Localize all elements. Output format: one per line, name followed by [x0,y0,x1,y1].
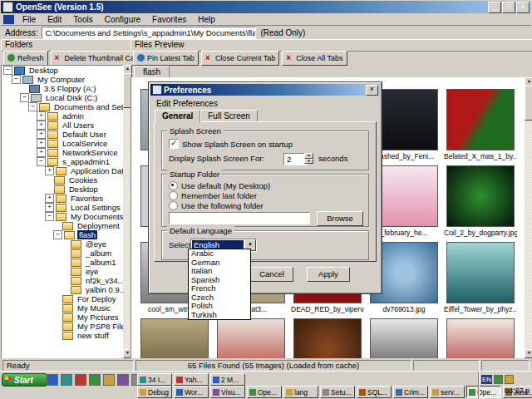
tree-expander-icon[interactable]: − [3,66,12,75]
spinner-down-icon[interactable]: ▼ [304,159,313,165]
thumbnail[interactable] [367,318,441,358]
taskbar-button-ope[interactable]: Ope... [247,386,282,398]
tree-item-my-computer[interactable]: −My Computer [2,75,124,84]
radio-icon[interactable] [169,191,178,200]
app-menu-icon[interactable] [3,15,14,24]
address-input[interactable]: C:\Documents and Settings\s_appadmin1\My… [42,27,256,39]
menu-item-help[interactable]: Help [192,14,221,25]
taskbar-button-debug[interactable]: Debug [137,386,172,398]
tree-item-desktop[interactable]: −Desktop [2,66,124,75]
menu-item-configure[interactable]: Configure [99,14,146,25]
menu-item-tools[interactable]: Tools [67,14,98,25]
apply-button[interactable]: Apply [307,267,350,282]
tree-item-admin[interactable]: +admin [2,111,124,121]
thumbnails-scrollbar[interactable]: ▲ ▼ [525,77,532,358]
tray-icon[interactable] [494,375,503,384]
tab-flash[interactable]: flash [134,66,170,78]
tree-expander-icon[interactable]: + [37,121,46,130]
tree-item-favorites[interactable]: +Favorites [2,194,124,203]
taskbar-button-visu[interactable]: Visu... [210,386,245,398]
start-button[interactable]: Start [2,373,47,387]
tree-expander-icon[interactable]: + [37,130,46,139]
quick-launch-icon-6[interactable] [117,374,129,386]
tree-expander-icon[interactable]: − [20,93,29,102]
show-splash-checkbox[interactable]: ✓ [169,139,179,149]
menu-item-file[interactable]: File [17,14,42,25]
thumbnail[interactable]: Eiffel_Tower_by_phyz... [444,242,517,317]
close-current-tab-button[interactable]: × Close Current Tab [201,51,279,66]
thumbnail[interactable] [214,318,288,358]
taskbar-button-wor[interactable]: Wor... [174,386,209,398]
radio-icon[interactable] [169,181,178,190]
language-option-polish[interactable]: Polish [189,302,250,311]
tree-item-s-appadmin1[interactable]: −s_appadmin1 [2,157,124,166]
tree-expander-icon[interactable]: − [37,157,46,166]
tree-item-documents-and-settings[interactable]: −Documents and Settings [2,102,124,111]
taskbar-button-yah[interactable]: Yah... [174,373,209,386]
tree-expander-icon[interactable]: − [28,102,37,111]
tree-item-eye[interactable]: eye [2,267,124,276]
radio-icon[interactable] [169,201,178,210]
radio-remember-last[interactable]: Remember last folder [169,191,257,200]
tree-item-new-stuff[interactable]: new stuff [2,331,124,340]
taskbar-button-lang[interactable]: lang [283,386,318,398]
tree-item-3-5-floppy-a[interactable]: 3.5 Floppy (A:) [2,84,124,93]
tree-item-networkservice[interactable]: +NetworkService [2,148,124,157]
tree-scrollbar[interactable]: ▲ ▼ [123,65,131,358]
tray-icon[interactable] [505,375,514,384]
radio-following-folder[interactable]: Use the following folder [169,201,264,210]
tree-item-my-pictures[interactable]: My Pictures [2,313,124,322]
tree-item-deployment[interactable]: Deployment [2,221,124,230]
thumbnail[interactable] [444,318,517,358]
taskbar-button-setu[interactable]: Setu... [320,386,355,398]
maximize-button[interactable]: □ [502,2,515,13]
tree-expander-icon[interactable]: + [45,194,54,203]
tree-item-localservice[interactable]: +LocalService [2,139,124,148]
tree-item-all-users[interactable]: +All Users [2,121,124,130]
taskbar-button-sql[interactable]: SQL... [357,386,392,398]
tree-expander-icon[interactable]: + [37,148,46,157]
tree-item-local-disk-c[interactable]: −Local Disk (C:) [2,93,124,102]
thumbnail[interactable] [291,318,364,358]
tree-expander-icon[interactable]: + [37,111,46,121]
thumbnails-scroll-down-icon[interactable]: ▼ [525,349,532,358]
startup-folder-input[interactable] [169,212,310,224]
quick-launch-icon-2[interactable] [61,374,72,386]
menu-item-favorites[interactable]: Favorites [146,14,192,25]
tree-item-for-deploy[interactable]: For Deploy [2,294,124,303]
quick-launch-icon-3[interactable] [75,374,86,386]
language-option-arabic[interactable]: Arabic [189,249,250,259]
language-indicator[interactable]: EN [481,375,492,384]
tree-item-album[interactable]: _album [2,249,124,258]
tree-expander-icon[interactable]: + [45,203,54,212]
tree-expander-icon[interactable]: − [53,230,62,239]
tab-general[interactable]: General [155,110,200,123]
quick-launch-icon-4[interactable] [89,374,101,386]
tree-item-album1[interactable]: _album1 [2,258,124,267]
tree-item-default-user[interactable]: +Default User [2,130,124,139]
browse-button[interactable]: Browse [317,211,363,226]
tree-expander-icon[interactable]: − [12,75,21,84]
tree-item-eye[interactable]: @eye [2,239,124,249]
taskbar-button-2-m[interactable]: 2 M... [210,373,245,386]
language-option-french[interactable]: French [189,284,250,293]
tree-item-application-data[interactable]: +Application Data [2,166,124,175]
thumbnail[interactable]: Coil_2_by_dogparry.jpg [444,165,517,240]
tree-item-yalbin-0-9[interactable]: yalbin 0.9... [2,285,124,294]
tree-item-cookies[interactable]: Cookies [2,175,124,185]
tree-item-my-music[interactable]: My Music [2,303,124,313]
thumbnail[interactable] [138,318,211,358]
tree-item-my-documents[interactable]: −My Documents [2,212,124,221]
quick-launch-icon-5[interactable] [103,374,115,386]
taskbar-button-34-i[interactable]: 34 I... [137,373,172,386]
tree-expander-icon[interactable]: + [45,166,54,175]
minimize-button[interactable]: _ [488,2,501,13]
tree-expander-icon[interactable]: − [45,212,54,221]
refresh-button[interactable]: Refresh [3,51,48,66]
radio-use-default[interactable]: Use default (My Desktop) [169,181,270,190]
dialog-close-button[interactable]: × [366,85,378,96]
tree-item-flash[interactable]: −flash [2,230,124,239]
taskbar-button-crim[interactable]: Crim... [393,386,428,398]
cancel-button[interactable]: Cancel [250,267,293,282]
tree-item-local-settings[interactable]: +Local Settings [2,203,124,212]
